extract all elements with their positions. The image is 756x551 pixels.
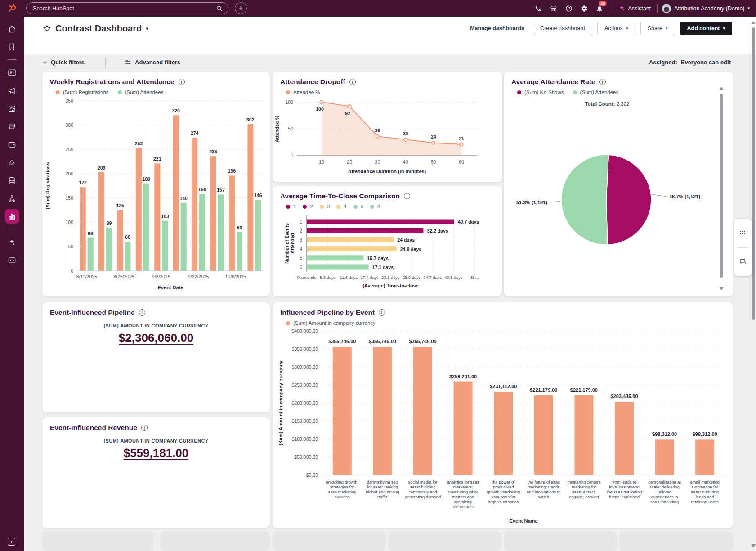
svg-text:50: 50 (68, 244, 73, 249)
metric-value[interactable]: $2,306,060.00 (42, 331, 270, 345)
legend-item[interactable]: (Sum) No-Shows (517, 90, 564, 95)
chart-legend[interactable]: Attendee % (286, 90, 320, 95)
assigned-value[interactable]: Everyone can edit (681, 59, 731, 66)
scroll-down-icon[interactable] (719, 287, 724, 290)
info-icon[interactable]: i (379, 309, 385, 316)
legend-item[interactable]: 4 (336, 204, 346, 209)
info-icon[interactable]: i (139, 309, 145, 316)
help-icon[interactable] (561, 0, 577, 17)
manage-dashboards-link[interactable]: Manage dashboards (470, 25, 524, 31)
info-icon[interactable]: i (599, 79, 606, 85)
svg-text:100: 100 (285, 99, 293, 105)
svg-text:125: 125 (116, 203, 124, 208)
svg-text:60: 60 (125, 234, 130, 240)
legend-item[interactable]: (Sum) Amount in company currency (286, 320, 376, 326)
title-chevron-down-icon[interactable]: ▾ (146, 26, 148, 31)
sidebar-item-data[interactable] (5, 173, 19, 188)
share-button[interactable]: Share▾ (640, 22, 675, 35)
svg-text:1: 1 (300, 219, 302, 224)
svg-text:the future of saas: the future of saas (528, 480, 560, 484)
page-scrollbar[interactable] (751, 17, 756, 551)
advanced-filters-button[interactable]: Advanced filters (125, 59, 180, 66)
search-icon[interactable] (216, 5, 223, 12)
create-new-button[interactable]: + (235, 2, 247, 14)
svg-text:253: 253 (135, 141, 143, 146)
settings-icon[interactable] (577, 0, 592, 17)
sidebar-expand-button[interactable] (8, 538, 15, 546)
hubspot-logo-icon[interactable] (7, 4, 17, 13)
legend-item[interactable]: (Sum) Attendees (573, 90, 619, 95)
create-dashboard-button[interactable]: Create dashboard (533, 22, 592, 35)
sidebar-item-marketing[interactable] (5, 83, 19, 98)
favorite-star-icon[interactable] (43, 24, 51, 33)
legend-item[interactable]: (Sum) Registrations (56, 90, 109, 95)
divider (105, 57, 106, 67)
chart-legend[interactable]: (Sum) No-Shows(Sum) Attendees (517, 90, 618, 95)
sidebar-item-home[interactable] (5, 22, 19, 36)
sidebar-item-commerce[interactable] (5, 119, 19, 134)
chart-legend[interactable]: 123456 (286, 204, 380, 209)
svg-text:Attended: Attended (290, 233, 295, 254)
svg-text:103: 103 (161, 214, 169, 219)
legend-item[interactable]: 1 (286, 204, 296, 209)
sidebar-item-bookmarks[interactable] (5, 40, 19, 54)
legend-item[interactable]: Attendee % (286, 90, 320, 95)
sidebar-item-content[interactable] (5, 101, 19, 116)
svg-text:$98,312.00: $98,312.00 (652, 431, 677, 437)
scrollbar-thumb[interactable] (752, 27, 755, 320)
add-content-button[interactable]: Add content▾ (680, 22, 732, 35)
svg-text:$50,000.00: $50,000.00 (294, 454, 318, 460)
svg-text:the saas marketing: the saas marketing (607, 490, 642, 494)
sidebar-item-reporting[interactable] (5, 209, 19, 224)
divider (657, 4, 658, 13)
info-icon[interactable]: i (141, 425, 148, 431)
scroll-up-icon[interactable] (719, 87, 724, 90)
metric-value[interactable]: $559,181.00 (42, 446, 270, 460)
svg-text:8/25/2025: 8/25/2025 (113, 274, 134, 279)
comments-icon[interactable] (734, 248, 752, 276)
assistant-button[interactable]: Assistant (617, 5, 653, 12)
info-icon[interactable]: i (179, 79, 185, 85)
chevron-down-icon: ▾ (626, 27, 628, 31)
card-title: Average Time-To-Close Comparison (280, 192, 400, 200)
global-search[interactable] (26, 2, 228, 14)
actions-button[interactable]: Actions▾ (597, 22, 635, 35)
notifications-icon[interactable]: 16 (592, 0, 607, 17)
svg-text:$300,000.00: $300,000.00 (292, 364, 318, 370)
svg-text:loyal customers:: loyal customers: (609, 485, 639, 489)
sidebar-item-payments[interactable] (5, 137, 19, 152)
scroll-up-icon[interactable] (751, 21, 756, 24)
account-menu[interactable]: Attribution Academy (Demo) ▾ (662, 4, 756, 13)
scrollbar-thumb[interactable] (720, 94, 723, 278)
legend-item[interactable]: 5 (353, 204, 363, 209)
chart-legend[interactable]: (Sum) Registrations(Sum) Attendees (56, 90, 163, 95)
sidebar-item-ai[interactable] (5, 235, 19, 249)
svg-text:68: 68 (88, 231, 93, 236)
legend-item[interactable]: 3 (320, 204, 330, 209)
sidebar-item-contacts[interactable] (5, 65, 19, 80)
card-scrollbar[interactable] (719, 87, 723, 290)
quick-filters-button[interactable]: + Quick filters (43, 58, 85, 67)
search-input[interactable] (33, 5, 216, 12)
divider (8, 59, 17, 60)
svg-text:traffic: traffic (377, 495, 388, 499)
marketplace-icon[interactable] (546, 0, 561, 17)
card-event-influenced-revenue: Event-Influenced Revenuei (SUM) AMOUNT I… (42, 417, 270, 528)
info-icon[interactable]: i (349, 79, 356, 85)
chart-legend[interactable]: (Sum) Amount in company currency (286, 320, 376, 326)
legend-item[interactable]: 2 (303, 204, 313, 209)
sidebar-item-developer[interactable] (5, 253, 19, 267)
svg-text:personalization at: personalization at (648, 480, 681, 484)
svg-text:strategies for: strategies for (330, 485, 354, 489)
sidebar-item-automations[interactable] (5, 155, 19, 170)
phone-icon[interactable] (531, 0, 546, 17)
info-icon[interactable]: i (404, 193, 410, 199)
legend-item[interactable]: (Sum) Attendees (118, 90, 164, 95)
dashboard-header: Contrast Dashboard ▾ Manage dashboards C… (24, 17, 756, 54)
scroll-down-icon[interactable] (751, 544, 756, 547)
svg-text:196: 196 (228, 168, 236, 174)
legend-item[interactable]: 6 (370, 204, 380, 209)
sidebar-item-integrations[interactable] (5, 191, 19, 206)
dropoff-area-chart: 0501001001092203630304024502160Attendanc… (273, 96, 502, 182)
drag-handle-icon[interactable] (734, 219, 752, 247)
